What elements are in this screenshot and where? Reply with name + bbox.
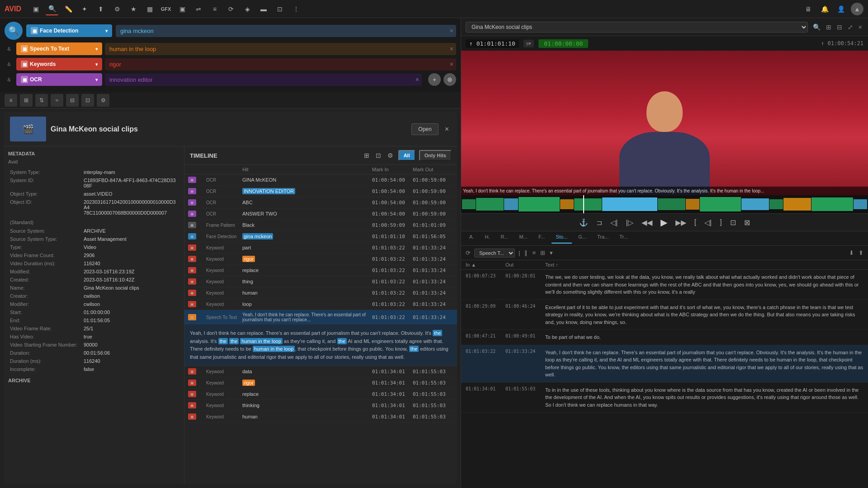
face-detection-clear-btn[interactable]: × [450, 27, 453, 34]
nav-user-icon[interactable]: 👤 [835, 3, 847, 15]
nav-search-icon[interactable]: 🔍 [46, 3, 58, 15]
script-item-3[interactable]: 01:00:47:21 01:00:49:01 To be part of wh… [461, 330, 868, 345]
video-title-select[interactable]: Gina McKeon social clips [466, 22, 808, 33]
timeline-row-keyword-replace2[interactable]: ▣ Keyword replace 01:01:34:01 01:01:55:0… [184, 389, 457, 400]
script-col-text[interactable]: Text ↑ [545, 262, 863, 267]
transport-bracket-in-btn[interactable]: [ [693, 216, 698, 228]
script-col-in[interactable]: In ▲ [466, 262, 502, 267]
transport-bracket-out-btn[interactable]: ] [718, 216, 723, 228]
video-layout1-icon[interactable]: ⊞ [825, 22, 833, 32]
video-close-icon[interactable]: × [857, 22, 863, 32]
script-download-icon[interactable]: ⬇ [848, 249, 855, 257]
add-search-row-btn[interactable]: + [428, 73, 441, 86]
remove-search-row-btn[interactable]: ⊗ [443, 73, 456, 86]
track-tab-tra[interactable]: Tra... [593, 233, 613, 244]
keyword-input[interactable] [105, 58, 456, 70]
nav-grid-icon[interactable]: ▦ [143, 3, 156, 15]
script-list-icon[interactable]: ≡ [531, 249, 537, 257]
toolbar-list-view-btn[interactable]: ≡ [5, 94, 17, 107]
track-tab-m[interactable]: M... [515, 233, 532, 244]
transport-mark-out-btn[interactable]: |▷ [624, 216, 635, 229]
timeline-row-stt[interactable]: ▣ Speech To Text Yeah, I don't think he … [184, 310, 457, 325]
transport-trim-in-btn[interactable]: ⊐ [594, 216, 604, 229]
face-detection-type-btn[interactable]: ▣ Face Detection ▾ [26, 24, 112, 37]
transport-rewind-btn[interactable]: ◀◀ [640, 216, 654, 229]
timeline-row-keyword-replace[interactable]: ▣ Keyword replace 01:01:03:22 01:01:33:2… [184, 265, 457, 276]
transport-overwrite-btn[interactable]: ⊠ [742, 216, 752, 229]
nav-upload-icon[interactable]: ⬆ [94, 3, 107, 15]
script-item-5[interactable]: 01:01:34:01 01:01:55:03 To in in the use… [461, 383, 868, 413]
toolbar-columns-btn[interactable]: ⊟ [66, 94, 79, 107]
nav-gfx-icon[interactable]: GFX [160, 3, 172, 15]
toolbar-sort-btn[interactable]: ⇅ [35, 94, 48, 107]
nav-effects-icon[interactable]: ✦ [78, 3, 91, 15]
nav-home-icon[interactable]: ▣ [29, 3, 42, 15]
timeline-row-keyword-thing[interactable]: ▣ Keyword thing 01:01:03:22 01:01:33:24 [184, 276, 457, 287]
nav-avatar-icon[interactable]: ▲ [851, 3, 863, 15]
nav-bar-icon[interactable]: ▬ [257, 3, 270, 15]
script-col-out[interactable]: Out [505, 262, 542, 267]
script-align-left-icon[interactable]: | [518, 249, 521, 257]
video-search-icon[interactable]: 🔍 [811, 22, 822, 32]
transport-play-btn[interactable]: ▶ [659, 215, 669, 230]
face-detection-input[interactable] [116, 25, 456, 37]
timeline-row-keyword-rigor[interactable]: ▣ Keyword rigor 01:01:03:22 01:01:33:24 [184, 253, 457, 265]
timeline-row-keyword-thinking[interactable]: ▣ Keyword thinking 01:01:34:01 01:01:55:… [184, 400, 457, 411]
transport-ff-btn[interactable]: ▶▶ [674, 216, 688, 229]
nav-monitor-icon[interactable]: 🖥 [802, 3, 815, 15]
nav-bookmark-icon[interactable]: ★ [127, 3, 140, 15]
ocr-clear-btn[interactable]: × [415, 76, 419, 83]
nav-settings-icon[interactable]: ⚙ [111, 3, 123, 15]
nav-capture-icon[interactable]: ▣ [176, 3, 189, 15]
ocr-type-btn[interactable]: ▣ OCR ▾ [16, 73, 102, 86]
speech-clear-btn[interactable]: × [450, 45, 453, 52]
timeline-row-frame-pattern[interactable]: ▣ Frame Pattern Black 01:00:59:09 01:01:… [184, 220, 457, 231]
nav-media-icon[interactable]: ◈ [241, 3, 254, 15]
timeline-copy-btn[interactable]: ⊡ [374, 150, 382, 160]
timeline-gear-btn[interactable]: ⚙ [386, 150, 395, 160]
toolbar-layout-btn[interactable]: ⊡ [81, 94, 94, 107]
nav-layout-icon[interactable]: ⊡ [274, 3, 286, 15]
timeline-row-keyword-human2[interactable]: ▣ Keyword human 01:01:34:01 01:01:55:03 [184, 411, 457, 422]
keyword-clear-btn[interactable]: × [450, 61, 453, 68]
timeline-row-face-detection[interactable]: ▣ Face Detection gina mckeon 01:01:01:10… [184, 231, 457, 242]
track-tab-a[interactable]: A. [465, 233, 478, 244]
clip-open-button[interactable]: Open [411, 123, 438, 135]
nav-sync-icon[interactable]: ⟳ [225, 3, 237, 15]
track-tab-tr[interactable]: Tr... [615, 233, 632, 244]
timeline-filter-btn[interactable]: ⊞ [363, 150, 371, 160]
speech-to-text-input[interactable] [105, 43, 456, 55]
nav-bell-icon[interactable]: 🔔 [818, 3, 831, 15]
speech-to-text-type-btn[interactable]: ▣ Speech To Text ▾ [16, 42, 102, 55]
clip-close-button[interactable]: × [443, 123, 451, 135]
timeline-only-hits-button[interactable]: Only Hits [419, 150, 452, 161]
script-upload-icon[interactable]: ⬆ [858, 249, 864, 257]
timeline-row-keyword-human[interactable]: ▣ Keyword human 01:01:03:22 01:01:33:24 [184, 287, 457, 299]
toolbar-settings-btn[interactable]: ⚙ [97, 94, 109, 107]
nav-more-icon[interactable]: ⋮ [290, 3, 302, 15]
video-layout2-icon[interactable]: ⊟ [835, 22, 844, 32]
track-tab-g[interactable]: G... [574, 233, 591, 244]
script-chevron-icon[interactable]: ▾ [549, 249, 554, 257]
track-tab-h[interactable]: H. [480, 233, 494, 244]
transport-mark-in-btn[interactable]: ◁| [609, 216, 619, 229]
track-tab-sto[interactable]: Sto... [552, 233, 572, 244]
nav-share-icon[interactable]: ⇌ [192, 3, 205, 15]
script-item-1[interactable]: 01:00:07:23 01:00:28:01 The we, we do us… [461, 270, 868, 300]
transport-insert-btn[interactable]: ⊡ [728, 216, 738, 229]
nav-script-icon[interactable]: ≡ [208, 3, 221, 15]
script-refresh-icon[interactable]: ⟳ [465, 249, 472, 257]
timeline-row-keyword-part[interactable]: ▣ Keyword part 01:01:03:22 01:01:33:24 [184, 242, 457, 253]
transport-trim2-btn[interactable]: ◁| [703, 216, 713, 229]
timeline-row-keyword-rigor2[interactable]: ▣ Keyword rigor 01:01:34:01 01:01:55:03 [184, 377, 457, 389]
ocr-input[interactable] [105, 74, 422, 86]
toolbar-grid-view-btn[interactable]: ⊞ [20, 94, 33, 107]
timeline-all-button[interactable]: All [398, 150, 415, 161]
main-search-button[interactable]: 🔍 [5, 22, 23, 40]
script-column-icon[interactable]: ‖ [524, 249, 528, 257]
toolbar-filter-btn[interactable]: ≈ [51, 94, 63, 107]
script-item-2[interactable]: 01:00:29:09 01:00:46:24 Excellent part o… [461, 300, 868, 330]
script-grid-icon[interactable]: ⊞ [539, 249, 546, 257]
timeline-row-ocr-2[interactable]: ▣ OCR INNOVATION EDITOR 01:00:54:00 01:0… [184, 186, 457, 197]
script-type-dropdown[interactable]: Speech T... [474, 249, 515, 258]
